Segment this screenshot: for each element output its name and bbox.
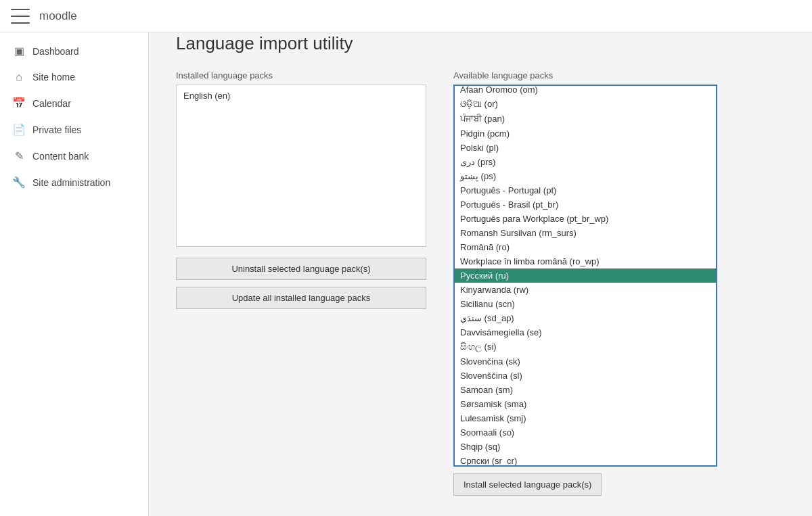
available-list-wrapper[interactable]: Nederlands (nl)Nederlands Workplace (nl_…	[453, 85, 717, 467]
list-item[interactable]: English (en)	[181, 89, 422, 102]
list-item[interactable]: Shqip (sq)	[455, 440, 716, 454]
available-label: Available language packs	[453, 70, 717, 80]
sidebar-item-private-files[interactable]: 📄 Private files	[0, 116, 148, 143]
list-item[interactable]: Română (ro)	[455, 240, 716, 254]
install-button[interactable]: Install selected language pack(s)	[453, 473, 602, 496]
sidebar-item-label: Dashboard	[32, 46, 79, 57]
list-item[interactable]: Afaan Oromoo (om)	[455, 85, 716, 97]
list-item[interactable]: Davvisámegiella (se)	[455, 325, 716, 339]
available-list: Nederlands (nl)Nederlands Workplace (nl_…	[455, 85, 716, 467]
home-icon: ⌂	[12, 71, 26, 83]
list-item[interactable]: Soomaali (so)	[455, 425, 716, 440]
list-item[interactable]: Српски (sr_cr)	[455, 454, 716, 467]
sidebar-item-content-bank[interactable]: ✎ Content bank	[0, 143, 148, 169]
list-item[interactable]: Português - Portugal (pt)	[455, 183, 716, 197]
sidebar-item-label: Site administration	[32, 177, 110, 188]
topbar: moodle	[0, 0, 812, 32]
content-area: Language import utility Installed langua…	[149, 32, 812, 516]
list-item[interactable]: Sicilianu (scn)	[455, 297, 716, 311]
language-utility: Installed language packs English (en) Un…	[176, 70, 785, 496]
main-layout: ▣ Dashboard ⌂ Site home 📅 Calendar 📄 Pri…	[0, 32, 812, 516]
dashboard-icon: ▣	[12, 45, 26, 57]
uninstall-button[interactable]: Uninstall selected language pack(s)	[176, 258, 426, 280]
list-item[interactable]: Português para Workplace (pt_br_wp)	[455, 212, 716, 226]
menu-button[interactable]	[11, 9, 30, 24]
sidebar-item-site-home[interactable]: ⌂ Site home	[0, 64, 148, 90]
calendar-icon: 📅	[12, 97, 26, 110]
list-item[interactable]: پښتو (ps)	[455, 169, 716, 183]
sidebar-item-calendar[interactable]: 📅 Calendar	[0, 90, 148, 116]
list-item[interactable]: Polski (pl)	[455, 141, 716, 155]
list-item[interactable]: Kinyarwanda (rw)	[455, 283, 716, 297]
content-inner: Language import utility Installed langua…	[149, 32, 812, 516]
list-item[interactable]: Romansh Sursilvan (rm_surs)	[455, 226, 716, 240]
sidebar: ▣ Dashboard ⌂ Site home 📅 Calendar 📄 Pri…	[0, 32, 149, 516]
pencil-icon: ✎	[12, 149, 26, 162]
available-column: Available language packs Nederlands (nl)…	[453, 70, 717, 496]
sidebar-item-label: Calendar	[32, 98, 71, 109]
sidebar-item-label: Private files	[32, 124, 81, 135]
list-item[interactable]: ਪੰਜਾਬੀ (pan)	[455, 112, 716, 126]
list-item[interactable]: ଓଡ଼ିଆ (or)	[455, 97, 716, 112]
list-item[interactable]: Slovenčina (sk)	[455, 354, 716, 369]
list-item[interactable]: සිංහල (si)	[455, 339, 716, 354]
list-item[interactable]: Lulesamisk (smj)	[455, 411, 716, 425]
sidebar-item-label: Content bank	[32, 151, 89, 162]
page-title: Language import utility	[176, 33, 785, 54]
list-item[interactable]: دری (prs)	[455, 155, 716, 169]
sidebar-item-label: Site home	[32, 72, 75, 83]
list-item[interactable]: Русский (ru)	[455, 268, 716, 283]
logo: moodle	[39, 9, 77, 23]
installed-column: Installed language packs English (en) Un…	[176, 70, 426, 309]
update-all-button[interactable]: Update all installed language packs	[176, 287, 426, 309]
list-item[interactable]: Samoan (sm)	[455, 383, 716, 397]
list-item[interactable]: Sørsamisk (sma)	[455, 397, 716, 411]
file-icon: 📄	[12, 123, 26, 136]
list-item[interactable]: Pidgin (pcm)	[455, 126, 716, 141]
sidebar-item-site-administration[interactable]: 🔧 Site administration	[0, 169, 148, 195]
wrench-icon: 🔧	[12, 176, 26, 189]
list-item[interactable]: Slovenščina (sl)	[455, 369, 716, 383]
sidebar-item-dashboard[interactable]: ▣ Dashboard	[0, 38, 148, 64]
installed-label: Installed language packs	[176, 70, 426, 80]
list-item[interactable]: سنڌي (sd_ap)	[455, 311, 716, 325]
list-item[interactable]: Workplace în limba română (ro_wp)	[455, 254, 716, 268]
list-item[interactable]: Português - Brasil (pt_br)	[455, 197, 716, 212]
install-btn-row: Install selected language pack(s)	[453, 473, 717, 496]
installed-list[interactable]: English (en)	[176, 85, 426, 247]
